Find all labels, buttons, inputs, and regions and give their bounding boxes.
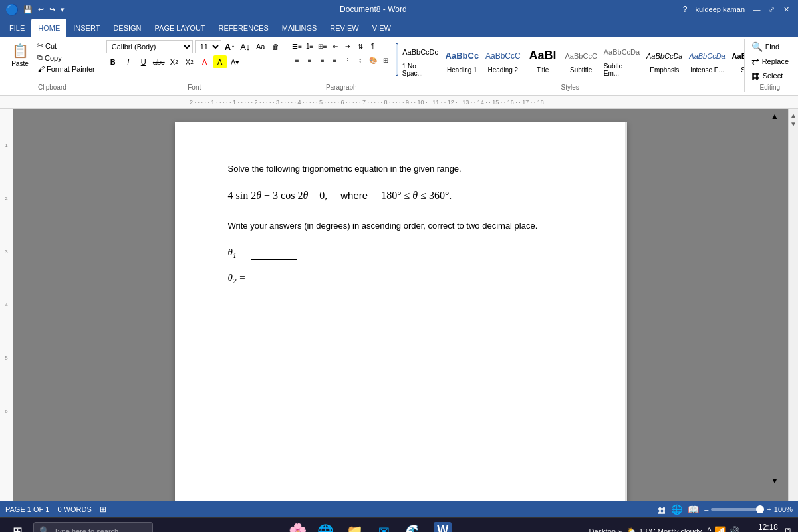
increase-indent-button[interactable]: ⇥ bbox=[342, 40, 354, 52]
show-desktop-button[interactable]: 🖥 bbox=[783, 526, 793, 533]
language-icon[interactable]: ⊞ bbox=[100, 505, 106, 514]
view-web-button[interactable]: 🌐 bbox=[671, 504, 682, 515]
style-subtitle[interactable]: AaBbCcC Subtitle bbox=[563, 44, 600, 75]
zoom-in-button[interactable]: + bbox=[767, 505, 771, 513]
taskbar-chrome-button[interactable]: 🌐 bbox=[313, 519, 339, 533]
zoom-out-button[interactable]: – bbox=[704, 505, 708, 513]
columns-button[interactable]: ⋮ bbox=[342, 54, 354, 66]
scroll-down-button[interactable]: ▼ bbox=[771, 476, 779, 485]
style-intense-em[interactable]: AaBbCcDa Intense E... bbox=[686, 44, 728, 75]
redo-qa-button[interactable]: ↪ bbox=[47, 4, 57, 15]
decrease-indent-button[interactable]: ⇤ bbox=[329, 40, 341, 52]
superscript-button[interactable]: X2 bbox=[183, 55, 196, 68]
restore-button[interactable]: ⤢ bbox=[765, 3, 778, 16]
undo-qa-button[interactable]: ↩ bbox=[36, 4, 46, 15]
shrink-font-button[interactable]: A↓ bbox=[239, 40, 252, 53]
search-bar[interactable]: 🔍 Type here to search bbox=[33, 522, 153, 533]
tab-references[interactable]: REFERENCES bbox=[212, 19, 275, 37]
scroll-up-button[interactable]: ▲ bbox=[771, 112, 779, 121]
line-spacing-button[interactable]: ↕ bbox=[354, 54, 366, 66]
format-painter-button[interactable]: 🖌 Format Painter bbox=[35, 64, 98, 74]
panel-collapse-icon[interactable]: ▼ bbox=[790, 120, 797, 128]
multilevel-button[interactable]: ⊞≡ bbox=[317, 40, 329, 52]
minimize-button[interactable]: — bbox=[750, 3, 763, 16]
sort-button[interactable]: ⇅ bbox=[354, 40, 366, 52]
answer2-input[interactable] bbox=[251, 271, 297, 285]
underline-button[interactable]: U bbox=[137, 55, 150, 68]
save-qa-button[interactable]: 💾 bbox=[21, 4, 35, 15]
text-color-button[interactable]: A bbox=[198, 55, 211, 68]
tab-review[interactable]: REVIEW bbox=[323, 19, 365, 37]
help-button[interactable]: ? bbox=[680, 3, 690, 15]
subscript-button[interactable]: X2 bbox=[168, 55, 181, 68]
volume-icon[interactable]: 🔊 bbox=[728, 526, 739, 533]
select-button[interactable]: ▦ Select bbox=[749, 69, 786, 82]
numbering-button[interactable]: 1≡ bbox=[304, 40, 316, 52]
taskbar-email-button[interactable]: ✉ bbox=[371, 519, 398, 533]
style-heading1[interactable]: AaBbCc Heading 1 bbox=[443, 44, 481, 75]
taskbar-edge-button[interactable]: 🌊 bbox=[400, 519, 427, 533]
tab-home[interactable]: HOME bbox=[31, 19, 66, 37]
horizontal-ruler: 2 · · · · · 1 · · · · · 1 · · · · · 2 · … bbox=[0, 96, 798, 109]
customize-qa-button[interactable]: ▾ bbox=[59, 4, 66, 15]
panel-expand-icon[interactable]: ▲ bbox=[790, 112, 797, 119]
cut-button[interactable]: ✂ Cut bbox=[35, 40, 98, 51]
shading-button[interactable]: 🎨 bbox=[367, 54, 379, 66]
style-heading2[interactable]: AaBbCcC Heading 2 bbox=[483, 44, 523, 75]
start-button[interactable]: ⊞ bbox=[5, 519, 29, 533]
page-count[interactable]: PAGE 1 OF 1 bbox=[5, 505, 49, 513]
show-formatting-button[interactable]: ¶ bbox=[367, 40, 379, 52]
taskbar-explorer-button[interactable]: 📁 bbox=[342, 519, 368, 533]
weather-display[interactable]: ⛅ 13°C Mostly cloudy bbox=[627, 527, 702, 532]
chevron-up-icon[interactable]: ^ bbox=[707, 526, 712, 533]
view-print-button[interactable]: ▦ bbox=[657, 504, 666, 515]
taskbar-flower-button[interactable]: 🌸 bbox=[286, 519, 310, 533]
style-strong[interactable]: AaBbCcDc Strong bbox=[730, 44, 745, 75]
taskbar-word-button[interactable]: W bbox=[430, 519, 456, 533]
word-count[interactable]: 0 WORDS bbox=[57, 505, 91, 513]
justify-button[interactable]: ≡ bbox=[329, 54, 341, 66]
tab-design[interactable]: DESIGN bbox=[106, 19, 148, 37]
font-size-select[interactable]: 11 bbox=[195, 40, 221, 53]
tab-page-layout[interactable]: PAGE LAYOUT bbox=[148, 19, 212, 37]
view-read-button[interactable]: 📖 bbox=[688, 504, 699, 515]
bold-button[interactable]: B bbox=[106, 55, 120, 68]
clear-format-button[interactable]: 🗑 bbox=[269, 40, 283, 53]
italic-button[interactable]: I bbox=[122, 55, 135, 68]
user-name[interactable]: kuldeep kaman bbox=[695, 5, 745, 13]
style-no-spacing[interactable]: AaBbCcDc 1 No Spac... bbox=[400, 40, 442, 78]
desktop-label: Desktop bbox=[589, 527, 616, 533]
desktop-button[interactable]: Desktop » bbox=[589, 527, 622, 533]
find-label: Find bbox=[765, 43, 779, 51]
replace-button[interactable]: ⇄ Replace bbox=[749, 55, 791, 68]
copy-button[interactable]: ⧉ Copy bbox=[35, 52, 98, 63]
grow-font-button[interactable]: A↑ bbox=[223, 40, 237, 53]
find-button[interactable]: 🔍 Find bbox=[749, 40, 782, 53]
style-normal[interactable]: AaBbCcDc 1 Normal bbox=[396, 43, 398, 76]
tab-view[interactable]: VIEW bbox=[366, 19, 398, 37]
change-case-button[interactable]: Aa bbox=[254, 40, 267, 53]
highlight-button[interactable]: A bbox=[213, 55, 227, 68]
borders-button[interactable]: ⊞ bbox=[380, 54, 392, 66]
style-subtle-em[interactable]: AaBbCcDa Subtle Em... bbox=[601, 40, 642, 78]
tab-mailings[interactable]: MAILINGS bbox=[275, 19, 324, 37]
paragraph-group: ☰≡ 1≡ ⊞≡ ⇤ ⇥ ⇅ ¶ ≡ ≡ ≡ ≡ ⋮ ↕ 🎨 ⊞ Paragra… bbox=[287, 39, 396, 92]
bullets-button[interactable]: ☰≡ bbox=[291, 40, 303, 52]
align-center-button[interactable]: ≡ bbox=[304, 54, 316, 66]
font-name-select[interactable]: Calibri (Body) bbox=[106, 40, 193, 53]
network-icon[interactable]: 📶 bbox=[714, 526, 726, 533]
close-button[interactable]: ✕ bbox=[779, 3, 793, 16]
style-emphasis[interactable]: AaBbCcDa Emphasis bbox=[644, 44, 685, 75]
paste-button[interactable]: 📋 Paste bbox=[7, 40, 33, 70]
document-page[interactable]: Solve the following trigonometric equati… bbox=[175, 122, 627, 501]
zoom-track[interactable] bbox=[711, 508, 764, 511]
align-right-button[interactable]: ≡ bbox=[317, 54, 329, 66]
align-left-button[interactable]: ≡ bbox=[291, 54, 303, 66]
font-color-button[interactable]: A▾ bbox=[229, 55, 242, 68]
tab-file[interactable]: FILE bbox=[3, 19, 31, 37]
clock[interactable]: 12:18 15/05/2023 bbox=[745, 523, 778, 532]
answer1-input[interactable] bbox=[251, 245, 297, 260]
strikethrough-button[interactable]: abc bbox=[152, 55, 166, 68]
tab-insert[interactable]: INSERT bbox=[66, 19, 106, 37]
style-title[interactable]: AaBl Title bbox=[525, 44, 561, 75]
